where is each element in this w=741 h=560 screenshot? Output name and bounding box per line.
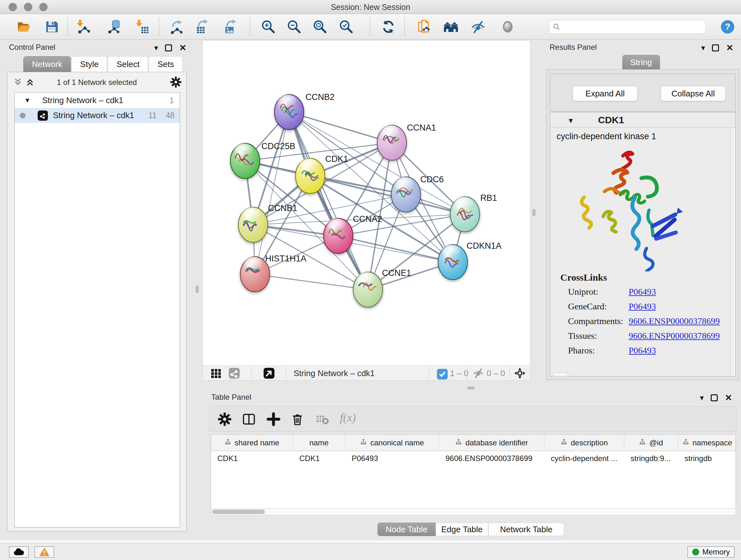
table-horizontal-scrollbar[interactable] [211,508,736,515]
float-panel-icon[interactable] [712,44,719,51]
save-session-icon[interactable] [44,19,59,35]
network-edge[interactable] [255,112,289,274]
import-network-file-icon[interactable] [75,19,91,35]
zoom-selected-icon[interactable] [339,19,354,35]
network-graph[interactable]: CCNB2CCNA1CDC25BCDK1CDC6RB1CCNB1CCNA2CDK… [203,41,530,366]
crosslink-link[interactable]: 9606.ENSP00000378699 [629,331,720,341]
network-view[interactable]: CCNB2CCNA1CDC25BCDK1CDC6RB1CCNB1CCNA2CDK… [202,40,530,381]
tab-sets[interactable]: Sets [149,56,183,72]
network-node-cdc6[interactable] [391,177,421,212]
network-row[interactable]: String Network – cdk1 11 48 [15,108,180,123]
crosslink-link[interactable]: P06493 [629,301,656,312]
hidden-eye-slash-icon[interactable] [473,368,484,379]
expand-all-button[interactable]: Expand All [572,86,637,101]
selected-checkbox-icon[interactable] [436,368,446,378]
node-table[interactable]: shared namenamecanonical namedatabase id… [211,434,736,508]
cloud-status-button[interactable] [9,546,29,558]
tab-network[interactable]: Network [23,56,71,72]
table-cell[interactable]: stringdb:9... [624,454,678,463]
collapse-all-button[interactable]: Collapse All [661,86,726,101]
tab-node-table[interactable]: Node Table [378,523,435,536]
column-header-namespace[interactable]: namespace [678,435,736,451]
delete-table-icon[interactable] [315,412,330,427]
network-node-ccnb1[interactable] [239,207,268,242]
network-node-cdc25b[interactable] [230,143,260,179]
collapse-triangle-icon[interactable]: ▼ [24,97,30,104]
network-options-gear-icon[interactable] [170,76,182,88]
network-edge[interactable] [338,236,453,262]
float-panel-icon[interactable] [165,44,172,51]
open-file-icon[interactable] [16,19,31,35]
search-field[interactable] [549,20,706,34]
network-share-icon[interactable] [228,368,240,379]
network-node-ccna2[interactable] [324,219,353,253]
import-table-file-icon[interactable] [134,19,150,35]
splitter-handle[interactable] [196,286,199,293]
results-scrollbar[interactable] [731,128,735,376]
table-cell[interactable]: stringdb [678,454,736,463]
network-node-ccnb2[interactable] [274,95,304,130]
table-cell[interactable]: 9606.ENSP00000378699 [439,454,544,463]
delete-column-icon[interactable] [290,412,305,427]
column-header-shared-name[interactable]: shared name [211,435,293,451]
network-node-ccne1[interactable] [353,272,383,307]
open-session-icon[interactable] [416,19,431,35]
close-panel-icon[interactable]: ✕ [726,43,733,53]
table-settings-gear-icon[interactable] [217,412,232,427]
crosshair-move-icon[interactable] [514,368,526,379]
network-collection-row[interactable]: ▼ String Network – cdk1 1 [15,93,180,108]
network-edge[interactable] [289,112,392,143]
table-cell[interactable]: cyclin-dependent ... [544,454,624,463]
network-edge[interactable] [255,274,368,290]
preview-eye-icon[interactable] [500,19,515,35]
tab-style[interactable]: Style [71,56,107,72]
column-header-canonical-name[interactable]: canonical name [345,435,439,451]
network-node-rb1[interactable] [450,197,480,232]
table-cell[interactable]: CDK1 [211,454,293,463]
close-panel-icon[interactable]: ✕ [725,393,732,403]
network-node-ccna1[interactable] [377,125,407,160]
add-column-icon[interactable] [266,412,281,427]
refresh-layout-icon[interactable] [381,19,396,35]
grid-view-icon[interactable] [210,368,222,379]
home-icon[interactable] [443,19,459,35]
crosslink-link[interactable]: 9606.ENSP00000378699 [629,316,720,326]
tab-string[interactable]: String [622,55,660,70]
splitter-handle[interactable] [532,209,536,216]
import-network-database-icon[interactable] [106,19,121,35]
memory-button[interactable]: Memory [687,546,735,558]
column-header-description[interactable]: description [544,435,624,451]
column-header--id[interactable]: @id [624,435,678,451]
close-panel-icon[interactable]: ✕ [179,43,186,53]
export-network-icon[interactable] [169,19,184,35]
zoom-in-icon[interactable] [261,19,276,35]
crosslink-link[interactable]: P06493 [629,346,656,356]
tab-edge-table[interactable]: Edge Table [435,523,488,536]
network-node-cdkn1a[interactable] [438,245,468,280]
float-panel-icon[interactable] [711,394,718,401]
table-cell[interactable]: CDK1 [293,454,345,463]
panel-menu-icon[interactable]: ▾ [701,44,705,52]
show-columns-icon[interactable] [242,412,256,427]
search-input[interactable] [561,21,705,33]
tab-network-table[interactable]: Network Table [488,523,564,536]
warning-status-button[interactable] [35,546,54,558]
show-hide-icon[interactable] [470,19,486,35]
function-builder-icon[interactable]: f(x) [340,411,356,424]
export-table-icon[interactable] [194,19,210,35]
panel-menu-icon[interactable]: ▾ [700,393,704,402]
zoom-fit-icon[interactable] [313,19,328,35]
scrollbar-thumb[interactable] [212,509,265,514]
help-icon[interactable]: ? [720,19,735,35]
splitter-handle[interactable] [467,386,475,389]
tab-select[interactable]: Select [108,56,148,72]
column-header-database-identifier[interactable]: database identifier [439,435,544,451]
column-header-name[interactable]: name [293,435,345,451]
export-image-icon[interactable] [223,19,238,35]
network-node-cdk1[interactable] [295,159,325,193]
zoom-out-icon[interactable] [286,19,302,35]
protein-card-header[interactable]: ▾ CDK1 [550,112,735,128]
table-row[interactable]: CDK1CDK1P064939606.ENSP00000378699cyclin… [211,451,736,466]
crosslink-link[interactable]: P06493 [629,287,656,297]
birdseye-view-icon[interactable] [263,368,275,379]
